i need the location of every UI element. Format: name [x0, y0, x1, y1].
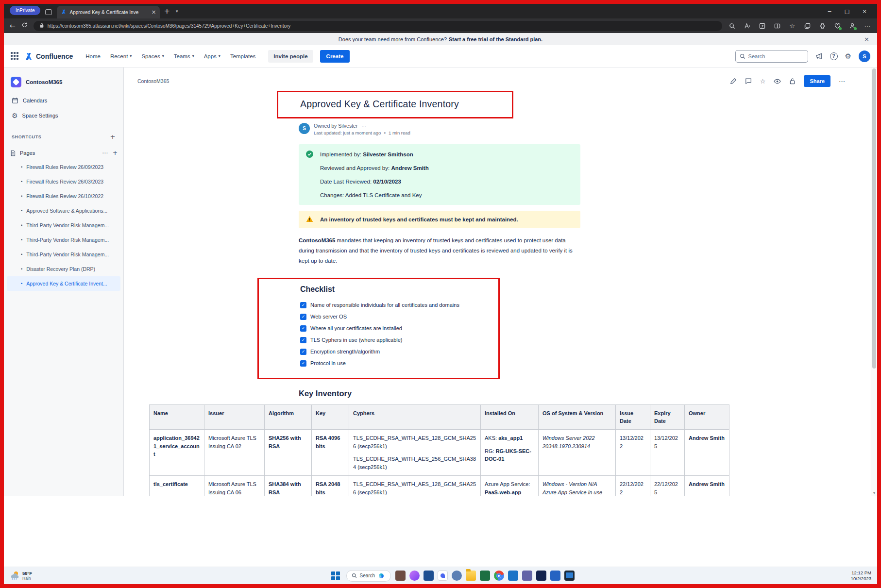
owner-line[interactable]: Owned by Silvester	[314, 123, 357, 129]
settings-gear-icon[interactable]: ⚙	[845, 52, 851, 61]
sidebar-page-item[interactable]: •Third-Party Vendor Risk Managem...	[7, 233, 120, 247]
sidebar-page-item[interactable]: •Third-Party Vendor Risk Managem...	[7, 247, 120, 262]
camera-icon[interactable]	[395, 571, 406, 581]
checklist-item-label: Protocol in use	[310, 360, 346, 366]
browser-tab[interactable]: Approved Key & Certificate Inve ×	[57, 6, 160, 18]
tab-actions-icon[interactable]	[45, 9, 52, 15]
restrictions-unlock-icon[interactable]	[789, 78, 796, 84]
comment-icon[interactable]	[745, 78, 752, 84]
back-icon[interactable]: ←	[10, 22, 16, 30]
invite-people-button[interactable]: Invite people	[268, 50, 313, 63]
add-page-icon[interactable]: +	[113, 150, 118, 156]
settings-icon[interactable]	[452, 571, 462, 581]
sidebar-page-item[interactable]: •Approved Key & Certificate Invent...	[7, 276, 120, 291]
taskbar-weather-widget[interactable]: 58°F Rain	[10, 570, 92, 582]
sidebar-page-item[interactable]: •Firewall Rules Review 26/09/2023	[7, 160, 120, 174]
user-avatar[interactable]: S	[859, 50, 870, 62]
taskbar-search[interactable]: Search	[346, 570, 391, 582]
sidebar-page-item[interactable]: •Firewall Rules Review 26/03/2023	[7, 174, 120, 189]
nav-item-home[interactable]: Home	[82, 50, 104, 62]
remote-desktop-icon[interactable]	[564, 571, 575, 581]
clipchamp-icon[interactable]	[409, 571, 420, 581]
maximize-button[interactable]: □	[838, 8, 856, 15]
last-updated[interactable]: Last updated: just a moment ago	[314, 130, 381, 135]
scrollbar-thumb[interactable]	[872, 68, 876, 369]
global-search[interactable]	[735, 50, 808, 63]
browser-essentials-icon[interactable]	[833, 22, 841, 30]
split-screen-icon[interactable]	[773, 22, 781, 30]
share-button[interactable]: Share	[804, 75, 830, 87]
nav-item-apps[interactable]: Apps▾	[200, 50, 224, 62]
sidebar-page-item[interactable]: •Approved Software & Applications...	[7, 203, 120, 218]
sidebar-page-item[interactable]: •Disaster Recovery Plan (DRP)	[7, 262, 120, 276]
screenshot-root: InPrivate Approved Key & Certificate Inv…	[0, 0, 881, 588]
search-input[interactable]	[748, 53, 797, 59]
table-cell: RSA 2048 bits	[312, 476, 349, 497]
tab-close-icon[interactable]: ×	[151, 9, 156, 16]
extensions-icon[interactable]	[818, 22, 826, 30]
pages-more-icon[interactable]: ⋯	[102, 150, 108, 156]
help-icon[interactable]: ?	[830, 52, 838, 60]
chrome-icon[interactable]	[494, 571, 504, 581]
breadcrumb[interactable]: ContosoM365	[137, 78, 169, 84]
checkbox-checked-icon[interactable]: ✓	[300, 325, 306, 332]
toolbar-icons: ☆ ⋯	[728, 22, 871, 30]
pages-icon	[10, 150, 16, 156]
new-tab-button[interactable]: +	[160, 7, 174, 16]
teams-icon[interactable]	[522, 571, 532, 581]
nav-item-spaces[interactable]: Spaces▾	[137, 50, 168, 62]
space-header[interactable]: ContosoM365	[4, 73, 123, 93]
owner-more-icon[interactable]: ⋯	[361, 123, 366, 129]
confluence-logo[interactable]: Confluence	[24, 51, 73, 61]
star-icon[interactable]: ☆	[760, 78, 766, 85]
translate-icon[interactable]	[758, 22, 766, 30]
close-window-button[interactable]: ×	[856, 8, 873, 15]
sidebar-item-space-settings[interactable]: ⚙ Space Settings	[4, 108, 123, 123]
url-box[interactable]: https://contosom365.atlassian.net/wiki/s…	[34, 21, 722, 31]
sidebar-page-item[interactable]: •Third-Party Vendor Risk Managem...	[7, 218, 120, 233]
word-icon[interactable]	[424, 571, 434, 581]
checkbox-checked-icon[interactable]: ✓	[300, 302, 306, 308]
app-switcher-icon[interactable]	[11, 52, 19, 60]
file-explorer-icon[interactable]	[466, 571, 476, 581]
start-button[interactable]	[331, 571, 340, 580]
favorites-star-icon[interactable]: ☆	[788, 22, 796, 30]
sidebar-page-item[interactable]: •Firewall Rules Review 26/10/2022	[7, 189, 120, 203]
page-more-actions-icon[interactable]: ⋯	[839, 78, 845, 85]
edit-icon[interactable]	[730, 78, 737, 84]
bullet-icon: •	[20, 222, 23, 229]
checkbox-checked-icon[interactable]: ✓	[300, 360, 306, 367]
excel-icon[interactable]	[480, 571, 490, 581]
table-cell: 22/12/2022	[616, 476, 650, 497]
profile-icon[interactable]	[848, 22, 856, 30]
onenote-icon[interactable]	[550, 571, 560, 581]
nav-item-templates[interactable]: Templates	[226, 50, 259, 62]
teams-chat-icon[interactable]	[438, 571, 448, 581]
create-button[interactable]: Create	[320, 50, 350, 63]
browser-settings-icon[interactable]: ⋯	[864, 22, 871, 30]
nav-item-teams[interactable]: Teams▾	[170, 50, 198, 62]
watch-icon[interactable]	[774, 78, 781, 85]
add-shortcut-icon[interactable]: +	[110, 133, 116, 140]
banner-close-icon[interactable]: ×	[864, 35, 869, 43]
scroll-down-arrow-icon[interactable]: ▾	[871, 490, 877, 495]
taskbar-clock[interactable]: 12:12 PM 10/2/2023	[813, 570, 871, 582]
checkbox-checked-icon[interactable]: ✓	[300, 349, 306, 355]
sidebar-item-calendars[interactable]: Calendars	[4, 93, 123, 108]
minimize-button[interactable]: −	[821, 8, 838, 15]
checkbox-checked-icon[interactable]: ✓	[300, 337, 306, 343]
pages-header[interactable]: Pages ⋯ +	[4, 146, 123, 160]
outlook-icon[interactable]	[508, 571, 518, 581]
owner-avatar[interactable]: S	[299, 123, 310, 134]
checkbox-checked-icon[interactable]: ✓	[300, 314, 306, 320]
refresh-icon[interactable]	[21, 21, 28, 30]
store-icon[interactable]	[536, 571, 546, 581]
announcements-icon[interactable]	[815, 52, 823, 60]
nav-item-recent[interactable]: Recent▾	[106, 50, 136, 62]
collections-icon[interactable]	[803, 22, 811, 30]
banner-trial-link[interactable]: Start a free trial of the Standard plan.	[449, 36, 542, 42]
page-scrollbar[interactable]: ▾	[871, 67, 877, 496]
read-aloud-icon[interactable]	[743, 22, 751, 30]
tab-list-chevron-icon[interactable]: ▾	[174, 9, 180, 14]
zoom-icon[interactable]	[728, 22, 736, 30]
